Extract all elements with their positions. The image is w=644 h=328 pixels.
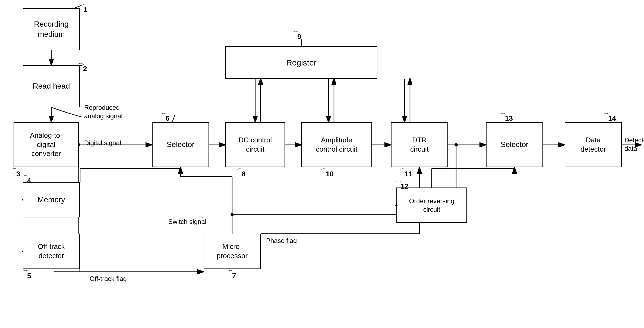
dc-control-block: DC controlcircuit bbox=[225, 122, 285, 167]
reproduced-analog-label: Reproducedanalog signal bbox=[84, 103, 122, 120]
svg-line-45 bbox=[172, 114, 175, 122]
phase-flag-label: Phase flag bbox=[266, 236, 297, 245]
recording-medium-block: Recording medium bbox=[23, 8, 80, 50]
number-12: 12 bbox=[401, 182, 409, 190]
memory-block: Memory bbox=[23, 182, 80, 217]
number-14: 14 bbox=[608, 114, 616, 123]
number-13: 13 bbox=[505, 114, 513, 123]
amplitude-block: Amplitudecontrol circuit bbox=[301, 122, 372, 167]
order-reversing-block: Order reversingcircuit bbox=[396, 188, 467, 223]
dtr-block: DTRcircuit bbox=[391, 122, 448, 167]
adc-block: Analog-to-digitalconverter bbox=[14, 122, 79, 167]
diagram-container: Recording medium 1 ⌒ Read head 2 ⌒ Analo… bbox=[0, 0, 644, 328]
number-11: 11 bbox=[405, 170, 412, 178]
selector2-block: Selector bbox=[486, 122, 543, 167]
number-2: 2 bbox=[83, 65, 87, 73]
off-track-detector-block: Off-trackdetector bbox=[23, 234, 80, 269]
data-detector-block: Datadetector bbox=[565, 122, 622, 167]
read-head-block: Read head bbox=[23, 65, 80, 107]
digital-signal-label: Digital signal bbox=[84, 139, 121, 147]
off-track-flag-label: Off-track flag bbox=[90, 274, 127, 283]
register-block: Register bbox=[225, 46, 377, 79]
svg-point-35 bbox=[231, 213, 234, 216]
detected-data-label: Detecteddata bbox=[624, 136, 644, 153]
microprocessor-block: Micro-processor bbox=[204, 234, 261, 269]
svg-point-17 bbox=[454, 143, 458, 146]
number-10: 10 bbox=[326, 170, 334, 178]
selector1-block: Selector bbox=[152, 122, 209, 167]
